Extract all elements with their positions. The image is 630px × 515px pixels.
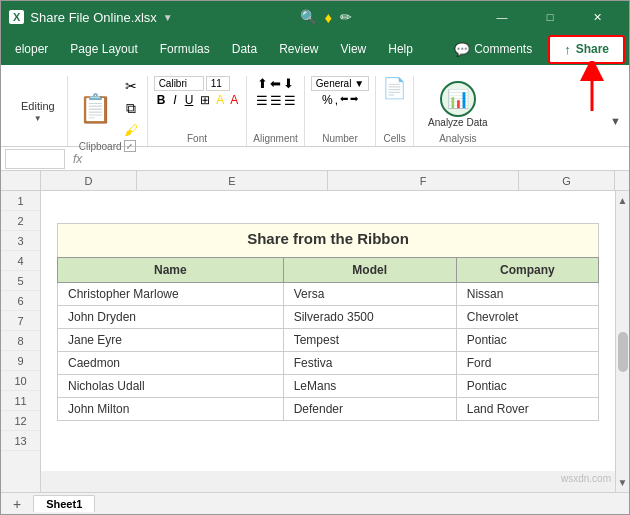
table-row: Christopher MarloweVersaNissan <box>58 283 599 306</box>
italic-button[interactable]: I <box>170 93 179 107</box>
increase-decimal[interactable]: ➡ <box>350 93 358 107</box>
font-color-button[interactable]: A <box>228 93 240 107</box>
table-cell: Festiva <box>283 352 456 375</box>
clipboard-group-label: Clipboard ⤢ <box>79 140 136 154</box>
ribbon: Editing ▼ 📋 ✂ ⧉ 🖌 Clipboard ⤢ <box>1 65 629 147</box>
title-dropdown-arrow[interactable]: ▼ <box>163 12 173 23</box>
fill-color-button[interactable]: A <box>214 93 226 107</box>
align-top[interactable]: ⬆ <box>257 76 268 91</box>
add-sheet-button[interactable]: + <box>9 496 25 512</box>
table-row: John MiltonDefenderLand Rover <box>58 398 599 421</box>
menu-view[interactable]: View <box>330 38 376 60</box>
file-title: Share File Online.xlsx <box>30 10 156 25</box>
scroll-thumb[interactable] <box>618 332 628 372</box>
border-button[interactable]: ⊞ <box>198 93 212 107</box>
menubar: eloper Page Layout Formulas Data Review … <box>1 33 629 65</box>
table-cell: Land Rover <box>456 398 598 421</box>
comments-button[interactable]: 💬 Comments <box>444 38 542 61</box>
align-left[interactable]: ☰ <box>256 93 268 108</box>
ribbon-group-alignment: ⬆ ⬅ ⬇ ☰ ☰ ☰ Alignment <box>247 76 304 146</box>
scroll-down-arrow[interactable]: ▼ <box>616 475 629 490</box>
editing-label: Editing <box>21 100 55 112</box>
col-header-model: Model <box>283 258 456 283</box>
copy-button[interactable]: ⧉ <box>121 98 141 118</box>
data-table: Name Model Company Christopher MarloweVe… <box>57 257 599 421</box>
table-cell: Pontiac <box>456 375 598 398</box>
col-header-d[interactable]: D <box>41 171 137 190</box>
percent-button[interactable]: % <box>322 93 333 107</box>
table-row: CaedmonFestivaFord <box>58 352 599 375</box>
row-num-2: 2 <box>1 211 40 231</box>
app-window: X Share File Online.xlsx ▼ 🔍 ♦ ✏ — □ ✕ e… <box>0 0 630 515</box>
menubar-left: eloper Page Layout Formulas Data Review … <box>5 38 423 60</box>
cut-button[interactable]: ✂ <box>121 76 141 96</box>
analyze-icon: 📊 <box>440 81 476 117</box>
align-middle[interactable]: ⬅ <box>270 76 281 91</box>
watermark: wsxdn.com <box>561 473 611 484</box>
paste-button[interactable]: 📋 <box>74 90 117 127</box>
menu-data[interactable]: Data <box>222 38 267 60</box>
menu-review[interactable]: Review <box>269 38 328 60</box>
column-headers: D E F G <box>1 171 629 191</box>
ribbon-group-cells: 📄 Cells <box>376 76 414 146</box>
name-box[interactable] <box>5 149 65 169</box>
number-format-dropdown[interactable]: General ▼ <box>311 76 369 91</box>
col-header-f[interactable]: F <box>328 171 519 190</box>
number-row: % , ⬅ ➡ <box>322 93 358 107</box>
sheet-tab-1[interactable]: Sheet1 <box>33 495 95 512</box>
close-button[interactable]: ✕ <box>575 1 621 33</box>
row-num-11: 11 <box>1 391 40 411</box>
minimize-button[interactable]: — <box>479 1 525 33</box>
comments-label: Comments <box>474 42 532 56</box>
col-header-g[interactable]: G <box>519 171 615 190</box>
font-buttons: Calibri 11 B I U ⊞ A A <box>154 76 241 133</box>
number-group-label: Number <box>322 133 358 146</box>
ribbon-group-font: Calibri 11 B I U ⊞ A A Font <box>148 76 248 146</box>
col-header-h[interactable] <box>615 171 629 190</box>
col-header-e[interactable]: E <box>137 171 328 190</box>
align-center[interactable]: ☰ <box>270 93 282 108</box>
content-area: Share from the Ribbon Name Model Company… <box>41 191 615 471</box>
ribbon-expand-button[interactable]: ▼ <box>610 114 621 128</box>
comment-icon: 💬 <box>454 42 470 57</box>
format-painter-button[interactable]: 🖌 <box>121 120 141 140</box>
analysis-buttons: 📊 Analyze Data <box>420 76 495 133</box>
cells-buttons: 📄 <box>382 76 407 133</box>
section-title: Share from the Ribbon <box>57 223 599 257</box>
row-numbers: 1 2 3 4 5 6 7 8 9 10 11 12 13 <box>1 191 41 492</box>
share-button[interactable]: ↑ Share <box>548 35 625 64</box>
main-area: 1 2 3 4 5 6 7 8 9 10 11 12 13 Share from… <box>1 191 629 492</box>
underline-button[interactable]: U <box>182 93 197 107</box>
ribbon-group-number: General ▼ % , ⬅ ➡ Number <box>305 76 376 146</box>
editing-button[interactable]: Editing ▼ <box>15 98 61 123</box>
share-label: Share <box>576 42 609 56</box>
bold-button[interactable]: B <box>154 93 169 107</box>
alignment-row1: ⬆ ⬅ ⬇ <box>257 76 294 91</box>
vertical-scrollbar[interactable]: ▲ ▼ <box>615 191 629 492</box>
sheet-tabs-bar: + Sheet1 <box>1 492 629 514</box>
formula-input[interactable] <box>90 149 625 169</box>
align-right[interactable]: ☰ <box>284 93 296 108</box>
editing-dropdown-arrow: ▼ <box>34 114 42 123</box>
decrease-decimal[interactable]: ⬅ <box>340 93 348 107</box>
row-num-6: 6 <box>1 291 40 311</box>
title-search-icon[interactable]: 🔍 <box>300 9 317 25</box>
table-cell: Jane Eyre <box>58 329 284 352</box>
row-num-1: 1 <box>1 191 40 211</box>
table-header-row: Name Model Company <box>58 258 599 283</box>
maximize-button[interactable]: □ <box>527 1 573 33</box>
row-num-13: 13 <box>1 431 40 451</box>
clipboard-dialog-icon[interactable]: ⤢ <box>124 140 136 152</box>
insert-cells-button[interactable]: 📄 <box>382 76 407 100</box>
editing-button-area: Editing ▼ <box>15 76 61 144</box>
comma-button[interactable]: , <box>335 93 338 107</box>
menu-developer[interactable]: eloper <box>5 38 58 60</box>
table-cell: Versa <box>283 283 456 306</box>
analyze-data-button[interactable]: 📊 Analyze Data <box>420 77 495 132</box>
menu-page-layout[interactable]: Page Layout <box>60 38 147 60</box>
scroll-up-arrow[interactable]: ▲ <box>616 193 629 208</box>
menu-formulas[interactable]: Formulas <box>150 38 220 60</box>
alignment-buttons: ⬆ ⬅ ⬇ ☰ ☰ ☰ <box>256 76 296 133</box>
menu-help[interactable]: Help <box>378 38 423 60</box>
align-bottom[interactable]: ⬇ <box>283 76 294 91</box>
